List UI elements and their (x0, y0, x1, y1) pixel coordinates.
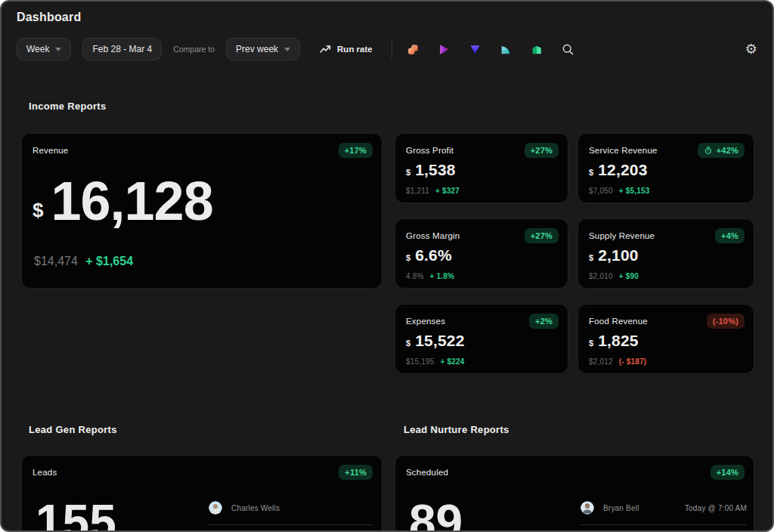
currency-symbol: $ (406, 339, 410, 348)
previous-value: $15,195 (406, 357, 435, 366)
currency-symbol: $ (33, 199, 43, 222)
previous-value: $7,050 (589, 187, 613, 195)
revenue-amount: 16,128 (51, 172, 212, 231)
badge-value: +42% (717, 146, 738, 155)
award-clock-icon (704, 146, 713, 155)
scheduled-count: 89 (409, 498, 463, 532)
search-button[interactable] (562, 43, 574, 56)
card-value: $ 6.6% (406, 246, 452, 264)
card-label: Gross Profit (406, 146, 454, 155)
change-badge: +42% (698, 143, 745, 158)
currency-symbol: $ (589, 168, 593, 177)
card-value: $ 12,203 (589, 161, 648, 179)
amount: 12,203 (598, 161, 647, 179)
amount: 15,522 (415, 332, 464, 350)
scheduled-time: Today @ 7:00 AM (685, 504, 747, 512)
media-app-icon[interactable] (438, 43, 450, 56)
change-badge: +2% (529, 314, 559, 329)
toolbar: Week Feb 28 - Mar 4 Compare to Prev week… (17, 37, 757, 61)
period-select-value: Week (26, 44, 49, 54)
revenue-card[interactable]: Revenue +17% $ 16,128 $14,474 + $1,654 (21, 133, 382, 289)
leads-card[interactable]: Leads +11% 155 Charles Wells (21, 455, 382, 532)
delta-value: + $90 (619, 272, 639, 280)
scheduled-card[interactable]: Scheduled +14% 89 Bryan Bell Today @ 7:0… (395, 455, 754, 532)
person-list-item[interactable]: Charles Wells (209, 501, 373, 525)
delta-value: + $224 (441, 357, 465, 366)
run-rate-button[interactable]: Run rate (320, 44, 373, 54)
delta-value: + $1,654 (85, 255, 133, 268)
chevron-down-icon (55, 48, 61, 51)
change-badge: +11% (339, 465, 373, 480)
currency-symbol: $ (406, 168, 410, 177)
change-badge: +27% (525, 143, 559, 158)
service-revenue-card[interactable]: Service Revenue +42% $ 12,203 $7,050 + $… (577, 133, 754, 203)
revenue-previous: $14,474 + $1,654 (34, 255, 133, 268)
person-name: Bryan Bell (603, 504, 639, 512)
amount: 6.6% (415, 246, 452, 264)
previous-row: $2,012 (- $187) (589, 357, 646, 366)
previous-row: $15,195 + $224 (406, 357, 465, 366)
change-badge: +27% (525, 228, 559, 243)
card-value: $ 1,825 (589, 332, 639, 350)
leads-count: 155 (36, 498, 116, 532)
search-icon (562, 43, 574, 56)
currency-symbol: $ (406, 253, 410, 262)
expenses-card[interactable]: Expenses +2% $ 15,522 $15,195 + $224 (395, 304, 568, 374)
lead-gen-reports-title: Lead Gen Reports (29, 424, 117, 435)
delta-value: + $327 (435, 187, 460, 195)
previous-value: $2,012 (589, 357, 613, 366)
pie-app-icon[interactable] (500, 43, 512, 56)
revenue-change-badge: +17% (339, 143, 373, 158)
card-label: Supply Revenue (589, 231, 655, 240)
amount: 1,538 (415, 161, 456, 179)
settings-gear-icon[interactable]: ⚙ (745, 42, 757, 56)
revenue-value: $ 16,128 (33, 172, 213, 231)
period-select[interactable]: Week (17, 38, 71, 60)
income-reports-title: Income Reports (29, 101, 106, 112)
card-label: Gross Margin (406, 231, 460, 240)
delta-value: + $5,153 (619, 187, 650, 195)
run-rate-label: Run rate (337, 45, 373, 54)
change-badge: (-10%) (707, 314, 745, 329)
food-revenue-card[interactable]: Food Revenue (-10%) $ 1,825 $2,012 (- $1… (577, 304, 754, 374)
delta-value: (- $187) (619, 357, 647, 366)
card-label: Food Revenue (589, 317, 648, 326)
date-range-value: Feb 28 - Mar 4 (92, 44, 152, 54)
previous-value: 4.8% (406, 272, 424, 280)
funnel-app-icon[interactable] (469, 43, 481, 56)
card-value: $ 2,100 (589, 246, 639, 264)
avatar (580, 501, 594, 515)
previous-row: $7,050 + $5,153 (589, 187, 650, 195)
card-label: Service Revenue (589, 146, 658, 155)
gross-margin-card[interactable]: Gross Margin +27% $ 6.6% 4.8% + 1.8% (395, 218, 568, 289)
delta-value: + 1.8% (430, 272, 455, 280)
revenue-card-label: Revenue (33, 146, 68, 155)
page-title: Dashboard (17, 11, 81, 24)
chevron-down-icon (284, 48, 290, 51)
currency-symbol: $ (589, 253, 593, 262)
amount: 1,825 (598, 332, 639, 350)
compare-to-label: Compare to (173, 45, 215, 54)
amount: 2,100 (598, 246, 639, 264)
previous-value: $1,211 (406, 187, 429, 195)
previous-row: $2,010 + $90 (589, 272, 639, 280)
supply-revenue-card[interactable]: Supply Revenue +4% $ 2,100 $2,010 + $90 (577, 218, 754, 289)
currency-symbol: $ (589, 339, 593, 348)
card-label: Expenses (406, 317, 445, 326)
chart-app-icon[interactable] (531, 43, 543, 56)
person-list-item[interactable]: Bryan Bell Today @ 7:00 AM (580, 501, 747, 525)
previous-value: $14,474 (34, 255, 78, 268)
dashboard-window: Dashboard Week Feb 28 - Mar 4 Compare to… (0, 0, 774, 532)
previous-row: 4.8% + 1.8% (406, 272, 454, 280)
date-range-button[interactable]: Feb 28 - Mar 4 (82, 38, 162, 60)
compare-select[interactable]: Prev week (226, 38, 300, 60)
card-label: Scheduled (406, 468, 448, 477)
money-app-icon[interactable] (407, 43, 420, 56)
lead-nurture-reports-title: Lead Nurture Reports (404, 424, 509, 435)
gross-profit-card[interactable]: Gross Profit +27% $ 1,538 $1,211 + $327 (395, 133, 568, 203)
change-badge: +14% (711, 465, 745, 480)
report-app-icons (407, 43, 543, 56)
compare-select-value: Prev week (236, 44, 278, 54)
card-value: $ 15,522 (406, 332, 465, 350)
previous-row: $1,211 + $327 (406, 187, 460, 195)
